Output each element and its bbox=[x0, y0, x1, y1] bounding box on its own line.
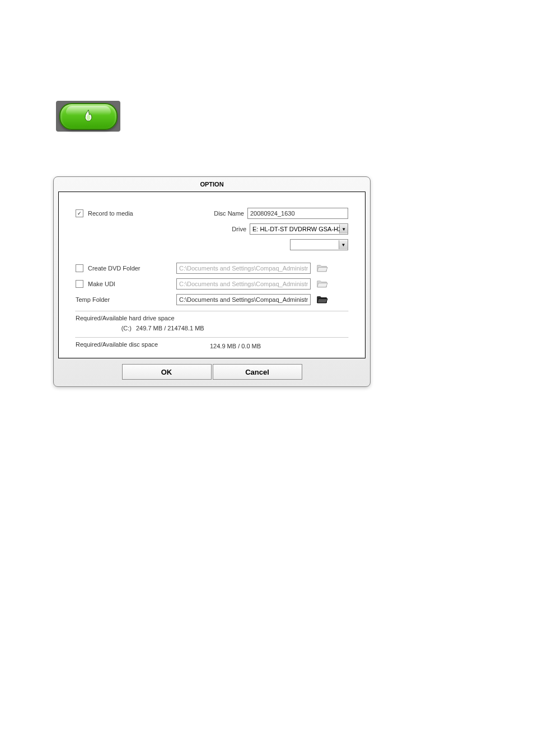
dialog-body: ✓ Record to media Disc Name Drive E: HL-… bbox=[58, 192, 366, 358]
option-dialog: OPTION ✓ Record to media Disc Name Drive… bbox=[53, 176, 371, 387]
make-udi-checkbox[interactable] bbox=[76, 280, 83, 288]
hd-space-drive: (C:) bbox=[76, 325, 136, 332]
cancel-button[interactable]: Cancel bbox=[213, 364, 302, 380]
chevron-down-icon: ▼ bbox=[339, 225, 348, 234]
temp-folder-path[interactable] bbox=[176, 294, 311, 305]
temp-folder-label: Temp Folder bbox=[76, 296, 110, 303]
drive-select[interactable]: E: HL-DT-ST DVDRRW GSA-H20L ▼ bbox=[250, 223, 348, 235]
create-dvd-folder-label: Create DVD Folder bbox=[88, 265, 140, 272]
record-to-media-checkbox[interactable]: ✓ bbox=[76, 209, 83, 217]
drive-label: Drive bbox=[232, 226, 250, 232]
separator bbox=[76, 311, 348, 311]
disc-name-input[interactable] bbox=[247, 208, 348, 219]
ok-button[interactable]: OK bbox=[122, 364, 212, 380]
make-udi-label: Make UDI bbox=[88, 281, 115, 287]
hd-space-value: 249.7 MB / 214748.1 MB bbox=[136, 325, 204, 332]
disc-space-value: 124.9 MB / 0.0 MB bbox=[210, 343, 261, 349]
record-to-media-label: Record to media bbox=[88, 210, 133, 217]
chevron-down-icon: ▼ bbox=[339, 240, 348, 249]
folder-open-icon[interactable] bbox=[316, 295, 329, 304]
disc-space-label: Required/Available disc space bbox=[76, 341, 210, 348]
make-udi-path bbox=[176, 278, 311, 290]
create-dvd-folder-checkbox[interactable] bbox=[76, 264, 83, 272]
create-dvd-folder-path bbox=[176, 263, 311, 274]
hd-space-label: Required/Available hard drive space bbox=[76, 315, 348, 321]
drive-select-value: E: HL-DT-ST DVDRRW GSA-H20L bbox=[252, 226, 339, 232]
dialog-button-bar: OK Cancel bbox=[54, 358, 370, 386]
disc-name-label: Disc Name bbox=[214, 210, 247, 217]
separator bbox=[76, 337, 348, 338]
burn-button-container bbox=[56, 101, 120, 132]
dialog-title: OPTION bbox=[54, 177, 370, 192]
burn-disc-button[interactable] bbox=[59, 103, 118, 130]
speed-select[interactable]: ▼ bbox=[290, 239, 348, 250]
folder-open-icon[interactable] bbox=[316, 264, 329, 273]
flame-icon bbox=[81, 109, 96, 124]
folder-open-icon[interactable] bbox=[316, 279, 329, 288]
